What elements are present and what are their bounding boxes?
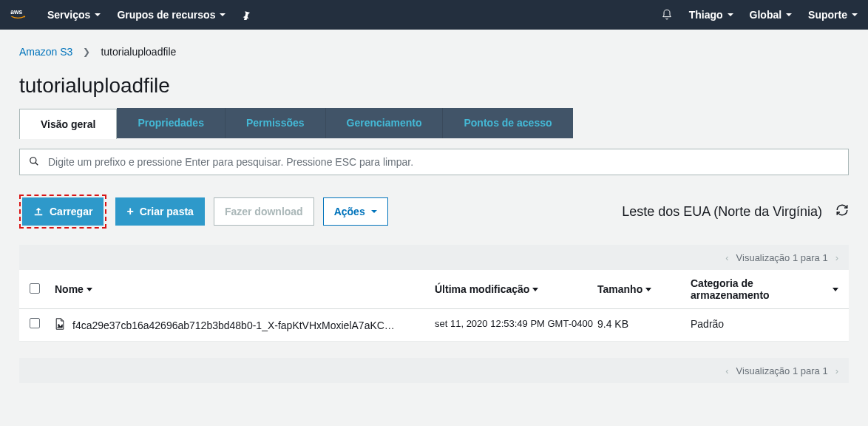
pagination-top: ‹ Visualização 1 para 1 › [19,245,849,270]
select-all-checkbox[interactable] [30,283,40,294]
col-modified-header[interactable]: Última modificação [435,283,597,295]
nav-right: Thiago Global Suporte [661,9,858,21]
actions-button[interactable]: Ações [323,197,388,226]
search-icon [29,156,39,169]
refresh-icon[interactable] [835,203,849,220]
nav-resource-groups-label: Grupos de recursos [117,9,215,21]
caret-down-icon [220,13,226,16]
page-next-icon[interactable]: › [835,365,838,376]
actions-label: Ações [334,206,365,217]
upload-highlight: Carregar [19,195,106,229]
sort-icon [532,288,538,291]
region-display: Leste dos EUA (Norte da Virgínia) [622,204,822,220]
upload-icon [33,206,44,217]
tab-properties[interactable]: Propriedades [117,108,225,138]
breadcrumb-current: tutorialuploadfile [101,46,176,58]
col-modified-label: Última modificação [435,283,529,295]
create-folder-button[interactable]: + Criar pasta [115,197,205,226]
col-storage-label: Categoria de armazenamento [691,277,827,301]
nav-support-label: Suporte [808,9,847,21]
caret-down-icon [95,13,101,16]
caret-down-icon [852,13,858,16]
row-check [30,318,55,331]
tabs: Visão geral Propriedades Permissões Gere… [19,108,849,138]
row-modified: set 11, 2020 12:53:49 PM GMT-0400 [435,318,597,329]
caret-down-icon [728,13,733,16]
tab-access-points[interactable]: Pontos de acesso [443,108,572,138]
col-size-label: Tamanho [597,283,642,295]
upload-button[interactable]: Carregar [22,197,104,226]
nav-region[interactable]: Global [750,9,793,21]
pin-icon[interactable] [242,10,251,20]
toolbar: Carregar + Criar pasta Fazer download Aç… [19,195,849,229]
search-input[interactable] [48,156,839,168]
nav-services-label: Serviços [47,9,90,21]
nav-resource-groups[interactable]: Grupos de recursos [117,9,226,21]
row-checkbox[interactable] [30,318,40,328]
table-row[interactable]: f4ca29e37cb16a42696ab712b3bd48b0-1_X-fap… [19,309,849,342]
nav-left: Serviços Grupos de recursos [47,9,251,21]
sort-icon [833,288,838,291]
upload-label: Carregar [50,206,92,217]
col-size-header[interactable]: Tamanho [597,283,691,295]
nav-user-label: Thiago [689,9,723,21]
row-size: 9.4 KB [597,318,691,330]
search-container [19,138,849,175]
page-prev-icon[interactable]: ‹ [725,252,728,263]
pagination-label: Visualização 1 para 1 [736,252,828,263]
page-prev-icon[interactable]: ‹ [725,365,728,376]
table-header: Nome Última modificação Tamanho Categori… [19,270,849,309]
col-check [30,283,55,296]
nav-support[interactable]: Suporte [808,9,858,21]
sort-icon [87,288,92,291]
plus-icon: + [126,206,133,217]
file-icon [55,318,65,332]
chevron-right-icon: ❯ [83,47,90,57]
nav-services[interactable]: Serviços [47,9,101,21]
nav-user[interactable]: Thiago [689,9,733,21]
col-name-label: Nome [55,283,84,295]
pagination-label: Visualização 1 para 1 [736,365,828,376]
create-folder-label: Criar pasta [140,206,194,217]
page-next-icon[interactable]: › [835,252,838,263]
top-navbar: aws Serviços Grupos de recursos Thiago G… [0,0,868,30]
svg-line-2 [35,162,38,165]
page-title: tutorialuploadfile [0,58,868,108]
download-button: Fazer download [214,197,314,226]
row-storage: Padrão [691,318,838,330]
svg-point-1 [30,157,36,163]
col-storage-header[interactable]: Categoria de armazenamento [691,277,838,301]
svg-text:aws: aws [10,8,22,16]
notifications-icon[interactable] [661,9,673,21]
col-name-header[interactable]: Nome [55,283,435,295]
breadcrumb: Amazon S3 ❯ tutorialuploadfile [0,30,868,58]
row-name-cell: f4ca29e37cb16a42696ab712b3bd48b0-1_X-fap… [55,318,435,332]
caret-down-icon [371,210,377,213]
tab-management[interactable]: Gerenciamento [326,108,444,138]
caret-down-icon [786,13,792,16]
breadcrumb-root[interactable]: Amazon S3 [19,46,72,58]
search-box [19,149,849,175]
row-name[interactable]: f4ca29e37cb16a42696ab712b3bd48b0-1_X-fap… [72,320,395,331]
sort-icon [645,288,651,291]
toolbar-right: Leste dos EUA (Norte da Virgínia) [622,203,849,220]
nav-region-label: Global [750,9,782,21]
tab-permissions[interactable]: Permissões [226,108,326,138]
object-table: Nome Última modificação Tamanho Categori… [19,270,849,342]
svg-rect-3 [35,214,43,216]
pagination-bottom: ‹ Visualização 1 para 1 › [19,358,849,383]
tab-overview[interactable]: Visão geral [19,109,117,139]
aws-logo[interactable]: aws [10,7,35,22]
download-label: Fazer download [225,206,303,217]
